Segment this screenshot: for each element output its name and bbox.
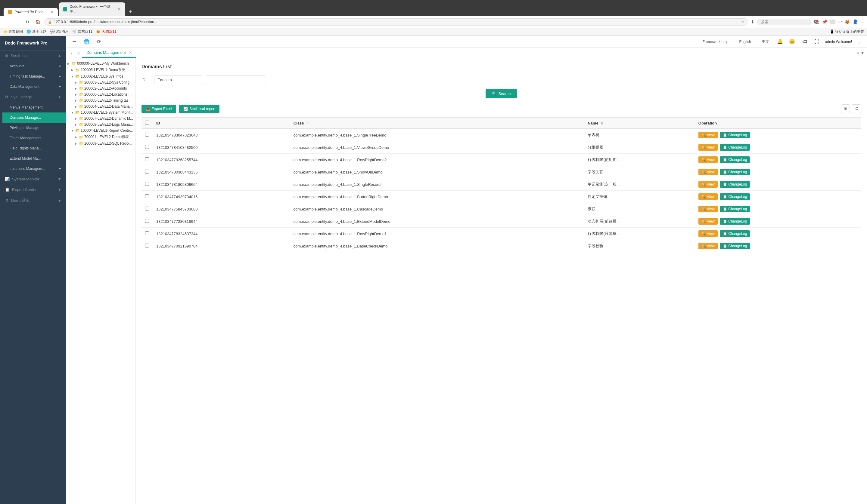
bookmark-mobile[interactable]: 📱 移动设备上的书签	[830, 29, 864, 34]
changelog-button[interactable]: 📋 ChangeLog	[720, 193, 750, 200]
tab-close-1[interactable]: ✕	[50, 10, 54, 14]
expand-demoreport[interactable]: ▶	[75, 135, 79, 139]
refresh-icon[interactable]: ⟳	[96, 37, 102, 46]
tree-node-sqlreport[interactable]: ▶ 📁 200009-LEVEL2-SQL Repo...	[66, 140, 135, 146]
bookmark-tmall[interactable]: 🐱 天猫双11	[96, 29, 117, 34]
view-button[interactable]: 🔍 View	[698, 169, 718, 175]
browser-action-fire[interactable]: 🦊	[844, 19, 850, 25]
browser-action-menu[interactable]: ≡	[861, 19, 864, 25]
sidebar-group-report-center[interactable]: 📋 Report Center ▼	[0, 184, 66, 195]
browser-action-profile[interactable]: 👤	[853, 19, 858, 25]
bookmark-newuser[interactable]: 🌐 新手上路	[26, 29, 46, 34]
tree-node-locations[interactable]: ▶ 📁 200006-LEVEL2-Locations I...	[66, 91, 135, 97]
bookmark-messages[interactable]: 💬 0新消息	[50, 29, 69, 34]
tree-node-dynamic[interactable]: ▶ 📁 200007-LEVEL2-Dynamic M...	[66, 116, 135, 121]
sidebar-group-sys-configs[interactable]: ⚙ Sys Configs ▲	[0, 92, 66, 102]
sidebar-item-domains-management[interactable]: Domains Manage...	[2, 112, 66, 123]
tab-arrow-more[interactable]: »	[857, 51, 859, 55]
row-checkbox[interactable]	[145, 207, 149, 210]
expand-timing[interactable]: ▶	[75, 99, 79, 102]
changelog-button[interactable]: 📋 ChangeLog	[720, 144, 750, 151]
tab-home-btn[interactable]: ⌂	[75, 48, 82, 58]
sidebar-group-sys-infos[interactable]: ⊞ Sys Infos ▲	[0, 51, 66, 61]
sidebar-item-menus-management[interactable]: Menus Management	[2, 102, 66, 112]
face-icon[interactable]: 😊	[788, 37, 796, 46]
changelog-button[interactable]: 📋 ChangeLog	[720, 218, 750, 224]
tree-node-datamgmt[interactable]: ▶ 📁 200004-LEVEL2-Data Mana...	[66, 103, 135, 109]
expand-dynamic[interactable]: ▶	[75, 117, 79, 120]
row-checkbox[interactable]	[145, 182, 149, 186]
condition-select[interactable]: Equal to Not equal to Contains Not conta…	[154, 76, 202, 84]
tree-node-reportcenter[interactable]: ▼ 📂 100004-LEVEL1-Report Cente...	[66, 128, 135, 133]
tree-node-logs[interactable]: ▶ 📁 200008-LEVEL2-Logs Mana...	[66, 121, 135, 128]
lang-zh-button[interactable]: 中文	[759, 38, 772, 45]
tab-dropdown-icon[interactable]: ▼	[860, 51, 865, 55]
name-sort-icon[interactable]: ⇅	[601, 122, 603, 125]
sidebar-group-system-monitor[interactable]: 📊 System Monitor ▼	[0, 174, 66, 184]
tree-node-timing[interactable]: ▶ 📁 200005-LEVEL2-Timing tas...	[66, 97, 135, 103]
sidebar-item-accounts[interactable]: Accounts ▼	[2, 61, 66, 71]
sidebar-item-field-rights[interactable]: Field Rights Mana...	[2, 143, 66, 153]
browser-action-window[interactable]: ⬜	[830, 19, 836, 25]
sidebar-item-extend-model[interactable]: Extend Model Ma...	[2, 153, 66, 164]
sidebar-item-data-management[interactable]: Data Management ▼	[2, 81, 66, 92]
tree-node-sysinfos[interactable]: ▼ 📂 100002-LEVEL1-Sys Infos	[66, 73, 135, 79]
menu-toggle-icon[interactable]: ☰	[71, 37, 78, 46]
row-checkbox[interactable]	[145, 133, 149, 136]
expand-logs[interactable]: ▶	[75, 123, 79, 126]
expand-sysmonitor[interactable]: ▼	[71, 111, 75, 114]
tree-node-sysmonitor[interactable]: ▼ 📂 100003-LEVEL1-System Monit...	[66, 109, 135, 116]
row-checkbox[interactable]	[145, 244, 149, 248]
expand-workbench[interactable]: ▶	[67, 62, 72, 65]
tab-close-domains[interactable]: ✕	[129, 51, 132, 55]
sidebar-group-demo[interactable]: 🖥 Demo系统 ▼	[0, 195, 66, 206]
class-sort-icon[interactable]: ⇅	[306, 122, 309, 125]
tab-close-2[interactable]: ✕	[117, 7, 121, 12]
bookmark-jd[interactable]: 🛒 京东双11	[72, 29, 93, 34]
tree-node-workbench[interactable]: ▶ 📁 000000-LEVEL0-My Workbench	[66, 61, 135, 66]
select-all-checkbox[interactable]	[145, 121, 149, 124]
changelog-button[interactable]: 📋 ChangeLog	[720, 243, 750, 249]
home-button[interactable]: 🏠	[34, 18, 42, 26]
browser-search-input[interactable]	[757, 19, 811, 25]
expand-accounts[interactable]: ▶	[75, 87, 79, 90]
expand-sysinfos[interactable]: ▼	[71, 75, 75, 78]
browser-action-pin[interactable]: 📌	[822, 19, 827, 25]
print-button[interactable]: 🖨	[852, 105, 861, 113]
search-button[interactable]: 🔍 Search	[485, 89, 517, 98]
changelog-button[interactable]: 📋 ChangeLog	[720, 181, 750, 188]
export-excel-button[interactable]: 📤 Export Excel	[141, 105, 176, 113]
browser-action-undo[interactable]: ↩	[838, 19, 842, 25]
new-tab-button[interactable]: +	[127, 8, 135, 16]
view-button[interactable]: 🔍 View	[698, 243, 718, 249]
bookmark-frequent[interactable]: ⭐ 最常访问	[3, 29, 23, 34]
tree-node-accounts[interactable]: ▶ 📁 200002-LEVEL2-Accounts	[66, 85, 135, 91]
browser-action-library[interactable]: 📚	[814, 19, 820, 25]
forward-button[interactable]: →	[13, 18, 21, 26]
changelog-button[interactable]: 📋 ChangeLog	[720, 132, 750, 138]
tree-node-demoreport[interactable]: ▶ 📁 700001-LEVEL2-Demo报表	[66, 133, 135, 140]
framework-help-button[interactable]: Framework help	[699, 39, 731, 45]
view-button[interactable]: 🔍 View	[698, 218, 718, 224]
download-icon[interactable]: ⬇	[751, 19, 755, 25]
lang-en-button[interactable]: English	[736, 39, 754, 45]
grid-view-button[interactable]: ⊞	[841, 105, 850, 113]
sidebar-item-privileges-management[interactable]: Privileges Manage...	[2, 123, 66, 133]
view-button[interactable]: 🔍 View	[698, 144, 718, 151]
expand-demo[interactable]: ▶	[71, 68, 75, 72]
toolbar-more-icon[interactable]: ⋮	[857, 39, 862, 45]
view-button[interactable]: 🔍 View	[698, 181, 718, 188]
back-button[interactable]: ←	[3, 18, 11, 26]
notification-bell-icon[interactable]: 🔔	[777, 39, 783, 44]
sidebar-item-locations[interactable]: Locations Managem... ▼	[2, 164, 66, 174]
sidebar-item-timing-task[interactable]: Timing task Manage... ▼	[2, 71, 66, 81]
changelog-button[interactable]: 📋 ChangeLog	[720, 156, 750, 163]
row-checkbox[interactable]	[145, 157, 149, 161]
changelog-button[interactable]: 📋 ChangeLog	[720, 206, 750, 212]
view-button[interactable]: 🔍 View	[698, 132, 718, 138]
browser-tab-2[interactable]: Dodo Framework- 一个基于... ✕	[59, 2, 125, 16]
expand-sysconfigs[interactable]: ▶	[75, 81, 79, 84]
tab-back-btn[interactable]: ‹	[69, 48, 75, 58]
globe-icon[interactable]: 🌐	[83, 37, 91, 46]
tree-node-sysconfigs[interactable]: ▶ 📁 200003-LEVEL2-Sys Config...	[66, 79, 135, 85]
